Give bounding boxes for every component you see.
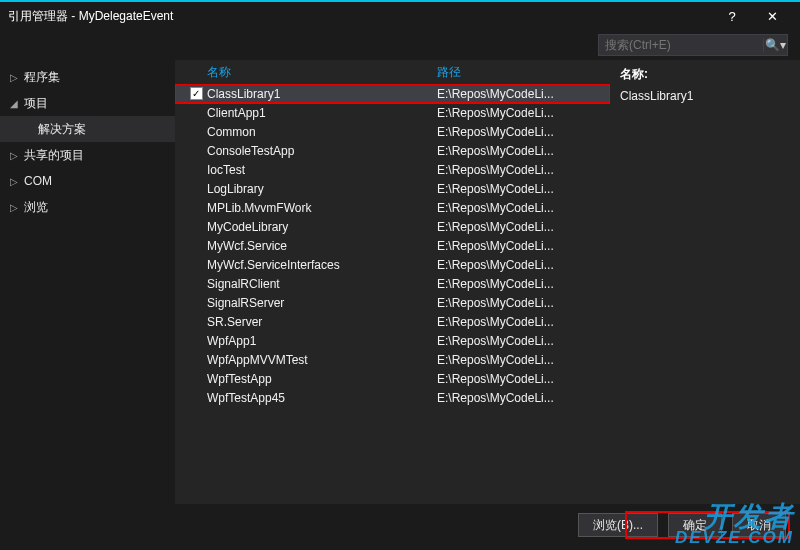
sidebar: ▷程序集◢项目解决方案▷共享的项目▷COM▷浏览 [0,60,175,504]
row-path: E:\Repos\MyCodeLi... [437,125,610,139]
sidebar-item-0[interactable]: ▷程序集 [0,64,175,90]
row-path: E:\Repos\MyCodeLi... [437,106,610,120]
row-name: MyWcf.ServiceInterfaces [207,258,437,272]
row-name: MyCodeLibrary [207,220,437,234]
row-path: E:\Repos\MyCodeLi... [437,182,610,196]
table-row[interactable]: MyWcf.ServiceE:\Repos\MyCodeLi... [175,236,610,255]
table-row[interactable]: SignalRServerE:\Repos\MyCodeLi... [175,293,610,312]
table-row[interactable]: ✓ClassLibrary1E:\Repos\MyCodeLi... [175,84,610,103]
browse-button[interactable]: 浏览(B)... [578,513,658,537]
ok-button[interactable]: 确定 [668,513,722,537]
sidebar-item-4[interactable]: ▷COM [0,168,175,194]
details-pane: 名称: ClassLibrary1 [610,60,800,504]
body: ▷程序集◢项目解决方案▷共享的项目▷COM▷浏览 名称 路径 ✓ClassLib… [0,60,800,504]
table-row[interactable]: LogLibraryE:\Repos\MyCodeLi... [175,179,610,198]
table-row[interactable]: WpfApp1E:\Repos\MyCodeLi... [175,331,610,350]
table-row[interactable]: WpfAppMVVMTestE:\Repos\MyCodeLi... [175,350,610,369]
center-pane: 名称 路径 ✓ClassLibrary1E:\Repos\MyCodeLi...… [175,60,610,504]
col-name-header[interactable]: 名称 [207,64,437,81]
table-row[interactable]: ConsoleTestAppE:\Repos\MyCodeLi... [175,141,610,160]
row-name: SR.Server [207,315,437,329]
details-label: 名称: [620,66,790,83]
sidebar-item-label: COM [24,174,52,188]
table-row[interactable]: SignalRClientE:\Repos\MyCodeLi... [175,274,610,293]
column-headers: 名称 路径 [175,60,610,84]
help-button[interactable]: ? [712,9,752,24]
footer: 浏览(B)... 确定 取消 开发者 DEVZE.COM [0,504,800,550]
sidebar-item-label: 解决方案 [38,121,86,138]
sidebar-item-label: 项目 [24,95,48,112]
sidebar-item-3[interactable]: ▷共享的项目 [0,142,175,168]
search-wrap: 🔍▾ [598,34,788,56]
row-name: WpfAppMVVMTest [207,353,437,367]
row-path: E:\Repos\MyCodeLi... [437,220,610,234]
table-row[interactable]: MyCodeLibraryE:\Repos\MyCodeLi... [175,217,610,236]
row-name: SignalRClient [207,277,437,291]
sidebar-item-label: 浏览 [24,199,48,216]
row-name: LogLibrary [207,182,437,196]
expand-icon: ▷ [10,150,18,161]
expand-icon: ▷ [10,72,18,83]
row-path: E:\Repos\MyCodeLi... [437,315,610,329]
row-name: WpfTestApp [207,372,437,386]
table-row[interactable]: WpfTestAppE:\Repos\MyCodeLi... [175,369,610,388]
sidebar-item-2[interactable]: 解决方案 [0,116,175,142]
row-path: E:\Repos\MyCodeLi... [437,296,610,310]
row-path: E:\Repos\MyCodeLi... [437,277,610,291]
row-name: WpfTestApp45 [207,391,437,405]
sidebar-item-5[interactable]: ▷浏览 [0,194,175,220]
search-input[interactable] [599,38,763,52]
sidebar-item-label: 共享的项目 [24,147,84,164]
row-path: E:\Repos\MyCodeLi... [437,201,610,215]
row-path: E:\Repos\MyCodeLi... [437,372,610,386]
search-icon[interactable]: 🔍▾ [763,38,787,52]
project-list: ✓ClassLibrary1E:\Repos\MyCodeLi...Client… [175,84,610,504]
table-row[interactable]: MyWcf.ServiceInterfacesE:\Repos\MyCodeLi… [175,255,610,274]
table-row[interactable]: MPLib.MvvmFWorkE:\Repos\MyCodeLi... [175,198,610,217]
row-path: E:\Repos\MyCodeLi... [437,239,610,253]
table-row[interactable]: IocTestE:\Repos\MyCodeLi... [175,160,610,179]
row-name: ClassLibrary1 [207,87,437,101]
row-name: MPLib.MvvmFWork [207,201,437,215]
row-name: SignalRServer [207,296,437,310]
close-button[interactable]: ✕ [752,9,792,24]
row-path: E:\Repos\MyCodeLi... [437,87,610,101]
checkbox[interactable]: ✓ [185,87,207,100]
expand-icon: ▷ [10,202,18,213]
row-name: WpfApp1 [207,334,437,348]
sidebar-item-label: 程序集 [24,69,60,86]
window-title: 引用管理器 - MyDelegateEvent [8,8,712,25]
row-name: ConsoleTestApp [207,144,437,158]
expand-icon: ▷ [10,176,18,187]
table-row[interactable]: SR.ServerE:\Repos\MyCodeLi... [175,312,610,331]
row-path: E:\Repos\MyCodeLi... [437,163,610,177]
row-name: Common [207,125,437,139]
row-path: E:\Repos\MyCodeLi... [437,334,610,348]
search-bar: 🔍▾ [0,30,800,60]
expand-icon: ◢ [10,98,18,109]
row-path: E:\Repos\MyCodeLi... [437,258,610,272]
row-name: IocTest [207,163,437,177]
table-row[interactable]: ClientApp1E:\Repos\MyCodeLi... [175,103,610,122]
row-name: ClientApp1 [207,106,437,120]
row-path: E:\Repos\MyCodeLi... [437,353,610,367]
details-value: ClassLibrary1 [620,89,790,103]
cancel-button[interactable]: 取消 [732,513,786,537]
table-row[interactable]: WpfTestApp45E:\Repos\MyCodeLi... [175,388,610,407]
sidebar-item-1[interactable]: ◢项目 [0,90,175,116]
table-row[interactable]: CommonE:\Repos\MyCodeLi... [175,122,610,141]
row-name: MyWcf.Service [207,239,437,253]
col-path-header[interactable]: 路径 [437,64,610,81]
row-path: E:\Repos\MyCodeLi... [437,144,610,158]
row-path: E:\Repos\MyCodeLi... [437,391,610,405]
title-bar: 引用管理器 - MyDelegateEvent ? ✕ [0,0,800,30]
